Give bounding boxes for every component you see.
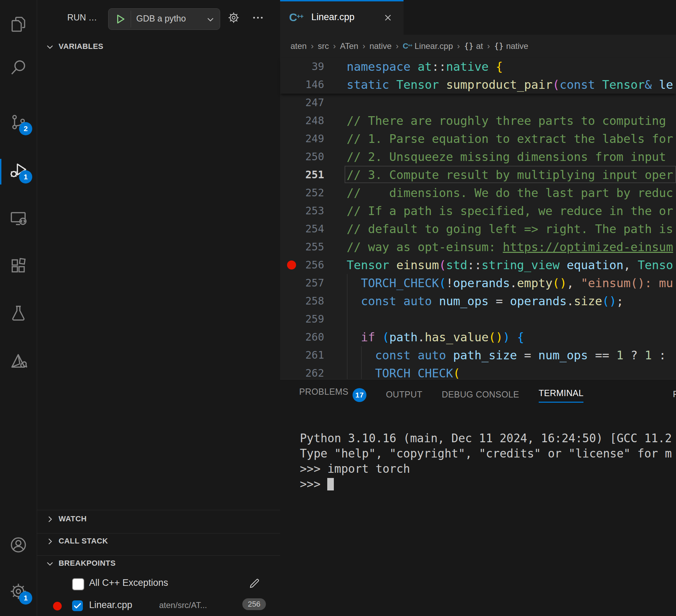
code-line-248[interactable]: 248// There are roughly three parts to c… [280,112,676,130]
close-icon[interactable] [383,12,393,23]
code-area[interactable]: 247248// There are roughly three parts t… [280,94,676,379]
line-number[interactable]: 146 [280,76,324,94]
chevron-right-icon [45,537,54,546]
activity-extensions[interactable] [9,256,28,275]
chevron-right-icon [45,515,54,524]
activity-accounts[interactable] [9,535,28,555]
breadcrumb-label: aten [291,41,307,51]
breadcrumb-item[interactable]: src [318,41,329,51]
code-line-255[interactable]: 255// way as opt-einsum: https://optimiz… [280,238,676,256]
code-line-261[interactable]: 261 const auto path_size = num_ops == 1 … [280,346,676,364]
line-number[interactable]: 255 [280,238,324,256]
breakpoint-row[interactable]: Linear.cppaten/src/AT...256 [37,596,280,616]
run-and-debug-badge: 1 [19,170,32,183]
code-line-257[interactable]: 257 TORCH_CHECK(!operands.empty(), "eins… [280,274,676,292]
line-number[interactable]: 39 [280,58,324,76]
activity-testing[interactable] [9,303,28,323]
line-number[interactable]: 259 [280,310,324,328]
activity-manage[interactable]: 1 [9,582,28,601]
breadcrumb-label: ATen [340,41,358,51]
breadcrumb-label: native [370,41,392,51]
breadcrumb-item[interactable]: aten [291,41,307,51]
breadcrumb-item[interactable]: {}at [464,41,483,51]
panel-tab-debug-console[interactable]: DEBUG CONSOLE [442,390,519,402]
breadcrumb-item[interactable]: native [370,41,392,51]
breakpoint-checkbox[interactable] [72,578,84,590]
code-text: Tensor einsum(std::string_view equation,… [347,256,673,274]
code-line-146[interactable]: 146static Tensor sumproduct_pair(const T… [280,76,676,94]
breakpoint-checkbox[interactable] [72,600,83,611]
activity-explorer[interactable] [9,15,28,34]
line-number[interactable]: 258 [280,292,324,310]
code-line-259[interactable]: 259 [280,310,676,328]
chevron-down-icon [45,559,54,568]
breadcrumb-separator-icon: › [487,41,490,51]
code-text: // 1. Parse equation to extract the labe… [347,130,673,148]
code-line-258[interactable]: 258 const auto num_ops = operands.size()… [280,292,676,310]
code-line-256[interactable]: 256Tensor einsum(std::string_view equati… [280,256,676,274]
line-number[interactable]: 261 [280,346,324,364]
manage-badge: 1 [19,591,32,605]
indent-guide [347,310,347,328]
section-label: VARIABLES [59,42,103,51]
breadcrumb-separator-icon: › [333,41,336,51]
code-line-251[interactable]: 251// 3. Compute result by multiplying i… [280,166,676,184]
terminal[interactable]: Python 3.10.16 (main, Dec 11 2024, 16:24… [300,431,672,492]
line-number[interactable]: 251 [280,166,324,184]
code-line-262[interactable]: 262 TORCH_CHECK( [280,364,676,379]
panel-tab-label: PROBLEMS [299,387,348,396]
line-number[interactable]: 262 [280,364,324,379]
launch-config-dropdown[interactable]: GDB a pytho [108,8,220,30]
code-line-247[interactable]: 247 [280,94,676,112]
debug-settings-gear-icon[interactable] [227,11,240,24]
line-number[interactable]: 256 [280,256,324,274]
activity-source-control[interactable]: 2 [9,112,28,132]
code-text: TORCH_CHECK(!operands.empty(), "einsum()… [347,274,673,292]
breadcrumb-item[interactable]: C++Linear.cpp [403,41,453,51]
terminal-cursor [327,478,334,490]
line-number[interactable]: 249 [280,130,324,148]
search-icon [9,58,28,77]
code-text: // There are roughly three parts to comp… [347,112,673,130]
breadcrumb-item[interactable]: {}native [494,41,528,51]
code-text: // If a path is specified, we reduce in … [347,202,673,220]
source-control-badge: 2 [19,122,32,135]
start-debug-icon[interactable] [114,13,127,25]
panel-tab-label: TERMINAL [539,388,584,398]
tab-linear-cpp[interactable]: C++ Linear.cpp [280,0,404,35]
line-number[interactable]: 257 [280,274,324,292]
code-text: static Tensor sumproduct_pair(const Tens… [347,76,673,94]
code-line-260[interactable]: 260 if (path.has_value()) { [280,328,676,346]
code-text: // way as opt-einsum: https://optimized-… [347,238,673,256]
panel-tab-partial[interactable]: P [673,389,676,402]
breadcrumb-separator-icon: › [396,41,399,51]
line-number[interactable]: 248 [280,112,324,130]
activity-run-and-debug[interactable]: 1 [9,161,28,180]
panel-tab-problems[interactable]: PROBLEMS17 [299,387,366,404]
breakpoint-row[interactable]: All C++ Exceptions [37,574,280,593]
activity-cmake-tools[interactable] [9,352,28,371]
line-number[interactable]: 250 [280,148,324,166]
code-line-250[interactable]: 250// 2. Unsqueeze missing dimensions fr… [280,148,676,166]
line-number[interactable]: 247 [280,94,324,112]
panel-tab-terminal[interactable]: TERMINAL [539,388,584,403]
code-line-39[interactable]: 39namespace at::native { [280,58,676,76]
line-number[interactable]: 260 [280,328,324,346]
line-number[interactable]: 253 [280,202,324,220]
activity-remote-explorer[interactable] [9,209,28,228]
line-number[interactable]: 254 [280,220,324,238]
problems-count-badge: 17 [353,388,366,402]
line-number[interactable]: 252 [280,184,324,202]
activity-search[interactable] [9,58,28,77]
code-line-249[interactable]: 249// 1. Parse equation to extract the l… [280,130,676,148]
breadcrumb-label: Linear.cpp [415,41,453,51]
code-line-253[interactable]: 253// If a path is specified, we reduce … [280,202,676,220]
code-text: // default to going left => right. The p… [347,220,673,238]
breadcrumb-item[interactable]: ATen [340,41,358,51]
breakpoint-label: All C++ Exceptions [89,578,168,588]
edit-breakpoint-icon[interactable] [249,577,261,589]
panel-tab-output[interactable]: OUTPUT [386,390,422,402]
code-line-254[interactable]: 254// default to going left => right. Th… [280,220,676,238]
more-actions-icon[interactable] [251,11,265,24]
code-line-252[interactable]: 252// dimensions. We do the last part by… [280,184,676,202]
